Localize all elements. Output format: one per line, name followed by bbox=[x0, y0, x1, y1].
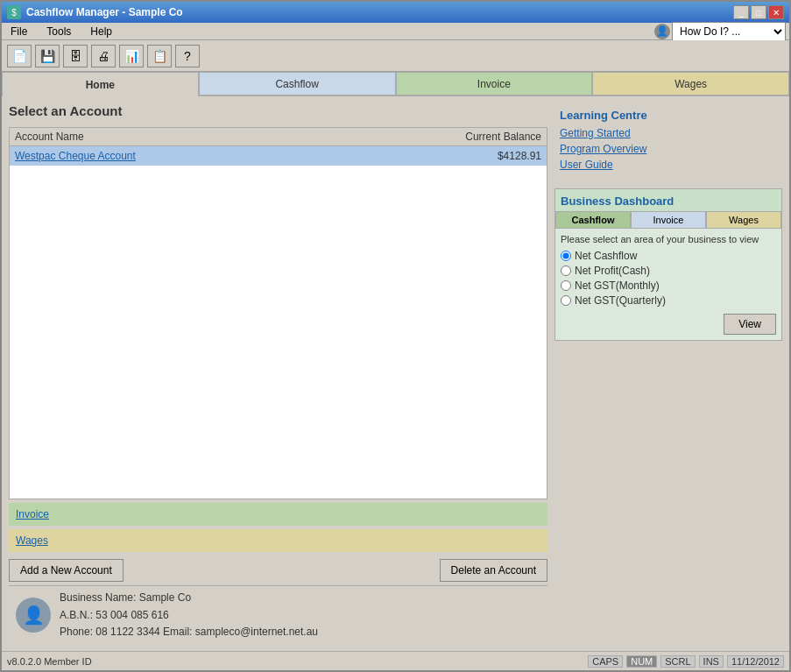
how-do-i-select[interactable]: How Do I? ... bbox=[672, 22, 786, 41]
num-badge: NUM bbox=[626, 655, 657, 668]
page-title: Select an Account bbox=[9, 103, 547, 118]
radio-net-gst-monthly[interactable]: Net GST(Monthly) bbox=[561, 279, 776, 292]
col-account-name: Account Name bbox=[15, 131, 454, 143]
minimize-button[interactable]: _ bbox=[733, 5, 749, 19]
maximize-button[interactable]: □ bbox=[751, 5, 766, 19]
tab-bar: Home Cashflow Invoice Wages bbox=[2, 72, 789, 96]
getting-started-link[interactable]: Getting Started bbox=[560, 127, 777, 139]
right-panel: Learning Centre Getting Started Program … bbox=[554, 103, 782, 644]
toolbar: 📄 💾 🗄 🖨 📊 📋 ? bbox=[2, 40, 789, 72]
new-button[interactable]: 📄 bbox=[7, 45, 32, 67]
help-button[interactable]: ? bbox=[175, 45, 200, 67]
menu-bar: File Tools Help 👤 How Do I? ... bbox=[2, 23, 789, 40]
account-table: Account Name Current Balance Westpac Che… bbox=[9, 127, 547, 499]
view-button[interactable]: View bbox=[724, 314, 776, 335]
radio-net-profit[interactable]: Net Profit(Cash) bbox=[561, 265, 776, 277]
learning-centre-title: Learning Centre bbox=[560, 109, 777, 122]
radio-group: Net Cashflow Net Profit(Cash) Net GST(Mo… bbox=[561, 250, 776, 307]
footer-info: 👤 Business Name: Sample Co A.B.N.: 53 00… bbox=[9, 585, 547, 644]
user-icon: 👤 bbox=[654, 24, 670, 39]
save-all-button[interactable]: 🗄 bbox=[63, 45, 88, 67]
program-overview-link[interactable]: Program Overview bbox=[560, 143, 777, 155]
tab-wages[interactable]: Wages bbox=[592, 72, 789, 96]
dashboard-tab-wages[interactable]: Wages bbox=[706, 211, 781, 229]
dashboard-tab-cashflow[interactable]: Cashflow bbox=[555, 211, 631, 229]
user-guide-link[interactable]: User Guide bbox=[560, 159, 777, 171]
abn: A.B.N.: 53 004 085 616 bbox=[60, 607, 318, 624]
app-icon: $ bbox=[7, 5, 21, 19]
tab-invoice[interactable]: Invoice bbox=[396, 72, 593, 96]
business-name: Business Name: Sample Co bbox=[60, 590, 318, 606]
window-title: Cashflow Manager - Sample Co bbox=[26, 6, 183, 18]
account-balance: $4128.91 bbox=[454, 150, 541, 162]
table-header: Account Name Current Balance bbox=[10, 128, 547, 146]
menu-tools[interactable]: Tools bbox=[41, 25, 76, 39]
version-label: v8.0.2.0 Member ID bbox=[7, 656, 92, 667]
tab-home[interactable]: Home bbox=[2, 72, 199, 96]
save-button[interactable]: 💾 bbox=[35, 45, 60, 67]
wages-bar[interactable]: Wages bbox=[9, 529, 547, 552]
chart-button[interactable]: 📊 bbox=[119, 45, 144, 67]
date-label: 11/12/2012 bbox=[727, 655, 784, 668]
tab-cashflow[interactable]: Cashflow bbox=[199, 72, 396, 96]
table-row[interactable]: Westpac Cheque Account $4128.91 bbox=[10, 146, 547, 166]
account-name-link[interactable]: Westpac Cheque Account bbox=[15, 150, 454, 162]
ins-badge: INS bbox=[699, 655, 724, 668]
copy-button[interactable]: 📋 bbox=[147, 45, 172, 67]
window-controls: _ □ ✕ bbox=[733, 5, 784, 19]
dashboard-description: Please select an area of your business t… bbox=[561, 234, 776, 244]
print-button[interactable]: 🖨 bbox=[91, 45, 116, 67]
invoice-bar[interactable]: Invoice bbox=[9, 503, 547, 526]
footer-details: Business Name: Sample Co A.B.N.: 53 004 … bbox=[60, 590, 318, 640]
main-content: Select an Account Account Name Current B… bbox=[2, 96, 789, 651]
col-current-balance: Current Balance bbox=[454, 131, 541, 143]
menu-help[interactable]: Help bbox=[85, 25, 117, 39]
menu-file[interactable]: File bbox=[5, 25, 32, 39]
left-panel: Select an Account Account Name Current B… bbox=[9, 103, 547, 644]
wages-link[interactable]: Wages bbox=[16, 534, 48, 547]
dashboard-title: Business Dashboard bbox=[555, 189, 781, 211]
main-window: $ Cashflow Manager - Sample Co _ □ ✕ Fil… bbox=[0, 0, 791, 672]
status-bar: v8.0.2.0 Member ID CAPS NUM SCRL INS 11/… bbox=[2, 651, 789, 670]
radio-net-cashflow[interactable]: Net Cashflow bbox=[561, 250, 776, 262]
account-buttons: Add a New Account Delete an Account bbox=[9, 559, 547, 582]
dashboard-body: Please select an area of your business t… bbox=[555, 229, 781, 340]
radio-net-gst-quarterly[interactable]: Net GST(Quarterly) bbox=[561, 294, 776, 307]
title-bar: $ Cashflow Manager - Sample Co _ □ ✕ bbox=[2, 2, 789, 23]
add-account-button[interactable]: Add a New Account bbox=[9, 559, 124, 582]
dashboard-tab-invoice[interactable]: Invoice bbox=[631, 211, 706, 229]
delete-account-button[interactable]: Delete an Account bbox=[440, 559, 547, 582]
avatar: 👤 bbox=[16, 598, 51, 633]
learning-centre: Learning Centre Getting Started Program … bbox=[554, 103, 782, 180]
caps-badge: CAPS bbox=[588, 655, 623, 668]
phone-email: Phone: 08 1122 3344 Email: sampleco@inte… bbox=[60, 624, 318, 640]
dashboard-tabs: Cashflow Invoice Wages bbox=[555, 211, 781, 229]
invoice-link[interactable]: Invoice bbox=[16, 508, 49, 520]
scrl-badge: SCRL bbox=[660, 655, 695, 668]
business-dashboard: Business Dashboard Cashflow Invoice Wage… bbox=[554, 188, 782, 341]
close-button[interactable]: ✕ bbox=[768, 5, 784, 19]
